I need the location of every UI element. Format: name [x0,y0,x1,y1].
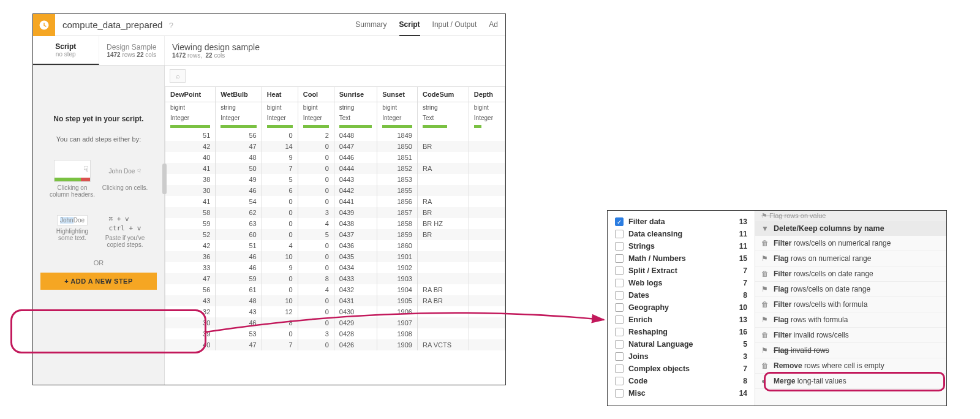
processor-row[interactable]: ⚑Flag rows on numerical range [755,251,946,266]
column-header[interactable]: Cool [298,87,334,102]
help-icon[interactable]: ? [169,21,173,30]
table-row[interactable]: 38495004431853 [165,174,505,185]
processor-row[interactable]: ●Merge long-tail values [755,374,946,389]
checkbox[interactable] [615,242,624,251]
table-cell[interactable]: 0 [262,207,298,218]
table-cell[interactable]: 39 [165,328,216,339]
table-cell[interactable]: 59 [165,218,216,229]
table-cell[interactable]: 47 [216,141,262,152]
table-cell[interactable]: 0 [262,273,298,284]
column-header[interactable]: WetBulb [216,87,262,102]
table-cell[interactable]: 41 [165,163,216,174]
table-row[interactable]: 40489004461851 [165,152,505,163]
table-cell[interactable]: 1855 [377,185,418,196]
column-meaning[interactable]: Integer [298,113,334,123]
table-cell[interactable] [469,240,505,251]
table-cell[interactable]: 3 [298,328,334,339]
table-cell[interactable]: 62 [216,207,262,218]
table-row[interactable]: 40477004261909RA VCTS [165,339,505,350]
table-row[interactable]: 51560204481849 [165,130,505,141]
table-cell[interactable]: 1860 [377,240,418,251]
table-cell[interactable]: 47 [216,339,262,350]
table-cell[interactable] [469,130,505,141]
table-cell[interactable] [417,262,469,273]
table-cell[interactable]: 6 [262,185,298,196]
table-cell[interactable]: RA BR [417,295,469,306]
table-cell[interactable]: 12 [262,306,298,317]
table-cell[interactable]: 38 [165,174,216,185]
category-row[interactable]: Code8 [608,375,755,387]
category-row[interactable]: Natural Language5 [608,338,755,350]
table-cell[interactable]: 0434 [334,262,377,273]
table-cell[interactable]: 0429 [334,317,377,328]
processor-row[interactable]: ⚑Flag invalid rows [755,343,946,358]
checkbox[interactable] [615,254,624,263]
table-cell[interactable]: 0 [262,196,298,207]
table-cell[interactable] [469,284,505,295]
table-cell[interactable] [469,185,505,196]
table-cell[interactable] [469,328,505,339]
table-cell[interactable]: 1856 [377,196,418,207]
category-row[interactable]: Strings11 [608,240,755,252]
table-cell[interactable]: 42 [165,141,216,152]
table-cell[interactable]: 1850 [377,141,418,152]
table-cell[interactable]: 0 [298,339,334,350]
checkbox[interactable] [615,340,624,349]
table-cell[interactable]: 43 [216,306,262,317]
table-cell[interactable] [469,218,505,229]
table-cell[interactable]: 3 [298,207,334,218]
table-cell[interactable]: 30 [165,185,216,196]
table-cell[interactable]: 0 [298,185,334,196]
table-cell[interactable] [469,152,505,163]
table-cell[interactable]: 54 [216,196,262,207]
table-cell[interactable]: 9 [262,262,298,273]
table-cell[interactable]: 49 [216,174,262,185]
category-row[interactable]: Data cleansing11 [608,228,755,240]
checkbox[interactable] [615,364,624,373]
table-cell[interactable]: RA [417,163,469,174]
table-row[interactable]: 30466004421855 [165,185,505,196]
table-cell[interactable]: 0 [298,196,334,207]
tab-design-sample[interactable]: Design Sample 1472 rows 22 cols [99,36,165,65]
table-cell[interactable]: 1851 [377,152,418,163]
column-header[interactable]: Sunset [377,87,418,102]
table-cell[interactable]: BR [417,229,469,240]
table-cell[interactable]: 0443 [334,174,377,185]
table-cell[interactable]: 7 [262,163,298,174]
table-cell[interactable]: 0444 [334,163,377,174]
table-cell[interactable]: 46 [216,185,262,196]
table-cell[interactable] [469,317,505,328]
column-header[interactable]: CodeSum [417,87,469,102]
processor-group-header[interactable]: ▼Delete/Keep columns by name [755,221,946,236]
processor-row[interactable]: ⚑Flag rows with formula [755,312,946,328]
table-cell[interactable]: 42 [165,240,216,251]
table-cell[interactable]: 1906 [377,306,418,317]
table-cell[interactable] [469,207,505,218]
table-cell[interactable]: 40 [165,152,216,163]
processor-row[interactable]: 🗑Filter rows/cells with formula [755,297,946,312]
column-meaning[interactable]: Integer [262,113,298,123]
table-cell[interactable] [469,229,505,240]
table-cell[interactable] [469,339,505,350]
category-row[interactable]: Web logs7 [608,277,755,289]
checkbox[interactable] [615,377,624,385]
table-row[interactable]: 52600504371859BR [165,229,505,240]
table-row[interactable]: 41507004441852RA [165,163,505,174]
category-row[interactable]: Dates8 [608,289,755,301]
table-cell[interactable]: 0 [298,240,334,251]
table-cell[interactable]: 1858 [377,218,418,229]
table-cell[interactable]: 0430 [334,306,377,317]
table-row[interactable]: 47590804331903 [165,273,505,284]
table-cell[interactable]: 0 [262,229,298,240]
processor-row[interactable]: 🗑Filter rows/cells on numerical range [755,236,946,251]
column-meaning[interactable]: Integer [216,113,262,123]
table-cell[interactable]: 8 [298,273,334,284]
table-cell[interactable]: 1904 [377,284,418,295]
table-cell[interactable]: RA BR [417,284,469,295]
checkbox[interactable] [615,266,624,275]
table-cell[interactable]: 41 [165,196,216,207]
column-header[interactable]: DewPoint [165,87,216,102]
table-cell[interactable]: 7 [262,339,298,350]
table-row[interactable]: 42514004361860 [165,240,505,251]
table-cell[interactable]: 0437 [334,229,377,240]
